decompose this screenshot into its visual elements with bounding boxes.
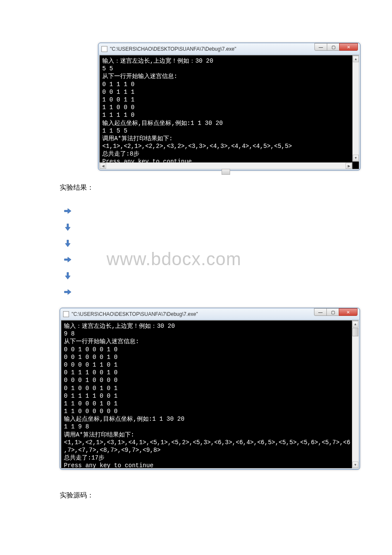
vertical-scrollbar[interactable]: ▲ ▼	[352, 55, 359, 162]
result-label: 实验结果：	[60, 183, 392, 192]
scroll-thumb-v[interactable]	[352, 328, 358, 336]
console-window-2: "C:\USERS\CHAO\DESKTOP\SUANFA\7\Debug\7.…	[60, 308, 360, 470]
maximize-button[interactable]: ▢	[326, 308, 339, 316]
watermark-text: www.bdocx.com	[107, 249, 241, 269]
maximize-button[interactable]: ▢	[327, 43, 340, 51]
titlebar-1: "C:\USERS\CHAO\DESKTOP\SUANFA\7\Debug\7.…	[99, 43, 360, 55]
close-button[interactable]: ✕	[339, 308, 357, 316]
arrow-down-icon	[64, 240, 72, 247]
source-label: 实验源码：	[60, 491, 392, 500]
scroll-down-arrow[interactable]: ▼	[352, 462, 358, 468]
console-output-2: 输入：迷宫左边长,上边宽！例如：30 20 9 8 从下一行开始输入迷宫信息: …	[61, 320, 359, 468]
horizontal-scrollbar[interactable]: ◀ ▶	[99, 162, 352, 169]
scroll-right-arrow[interactable]: ▶	[346, 163, 352, 169]
close-button[interactable]: ✕	[339, 43, 358, 51]
scroll-thumb[interactable]	[222, 169, 230, 175]
scroll-up-arrow[interactable]: ▲	[353, 56, 359, 62]
arrow-right-icon	[64, 256, 72, 263]
vertical-scrollbar[interactable]: ▲ ▼	[352, 321, 359, 468]
scroll-down-arrow[interactable]: ▼	[353, 155, 359, 161]
minimize-button[interactable]: —	[314, 43, 327, 51]
arrow-down-icon	[64, 272, 72, 280]
app-icon	[101, 46, 107, 52]
minimize-button[interactable]: —	[314, 308, 327, 316]
scroll-up-arrow[interactable]: ▲	[352, 321, 358, 327]
app-icon	[63, 311, 69, 317]
titlebar-2: "C:\USERS\CHAO\DESKTOP\SUANFA\7\Debug\7.…	[61, 309, 359, 320]
arrows-list: www.bdocx.com	[64, 203, 392, 300]
console-output-1: 输入：迷宫左边长,上边宽！例如：30 20 5 5 从下一行开始输入迷宫信息: …	[99, 55, 359, 169]
console-window-1: "C:\USERS\CHAO\DESKTOP\SUANFA\7\Debug\7.…	[98, 43, 360, 171]
arrow-right-icon	[64, 207, 72, 215]
arrow-right-icon	[64, 288, 72, 296]
scroll-left-arrow[interactable]: ◀	[100, 163, 106, 169]
arrow-down-icon	[64, 223, 72, 231]
